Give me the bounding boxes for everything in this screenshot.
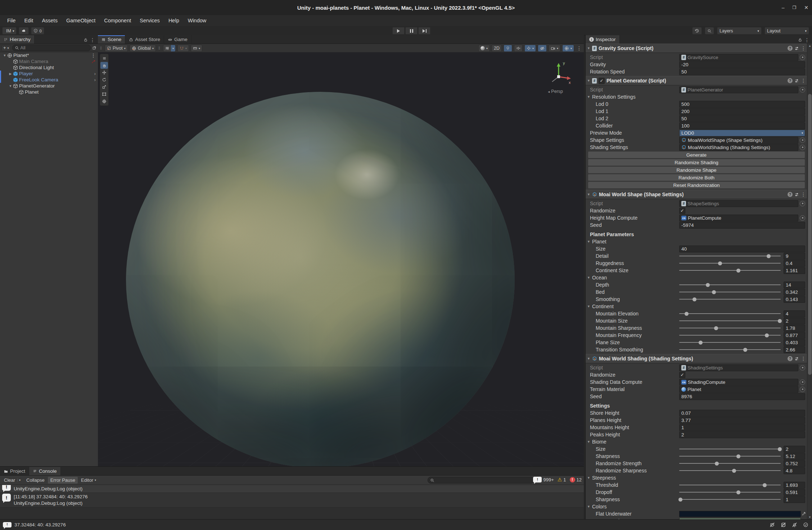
item-kebab-icon[interactable]: ⋮ (91, 53, 96, 58)
slider[interactable] (679, 260, 781, 266)
foldout-biome[interactable]: ▼Biome (586, 438, 807, 445)
planet-object[interactable] (126, 92, 515, 466)
slider-value-field[interactable]: 5.12 (784, 453, 805, 460)
snap-increment-button[interactable]: ▾ (191, 45, 202, 52)
object-field[interactable]: {}MoaiWorldShading (Shading Settings) (679, 144, 798, 151)
foldout-continent[interactable]: ▼Continent (586, 303, 807, 310)
menu-item-help[interactable]: Help (164, 15, 184, 26)
slider-value-field[interactable]: 4.8 (784, 467, 805, 474)
value-field[interactable]: 50 (679, 68, 805, 75)
global-search-button[interactable] (705, 27, 714, 35)
value-field[interactable]: 500 (679, 101, 805, 108)
menu-item-assets[interactable]: Assets (37, 15, 62, 26)
hand-tool-button[interactable] (100, 62, 108, 69)
global-toggle-button[interactable]: Global▾ (130, 45, 156, 52)
console-editor-button[interactable]: Editor▾ (78, 477, 99, 484)
slider[interactable] (679, 282, 781, 288)
slider-value-field[interactable]: 1.161 (784, 267, 805, 274)
scene-kebab-icon[interactable]: ⋮ (577, 45, 582, 51)
hierarchy-item-planetgenerator[interactable]: ▼PlanetGenerator (0, 83, 98, 89)
scene-viewport[interactable]: y x ◂ Persp (98, 52, 584, 466)
object-field[interactable]: {}MoaiWorldShape (Shape Settings) (679, 137, 798, 144)
foldout-arrow-icon[interactable]: ▶ (8, 72, 13, 76)
object-picker-icon[interactable] (800, 379, 805, 385)
object-picker-icon[interactable] (800, 55, 805, 60)
step-button[interactable] (418, 27, 430, 35)
slider-value-field[interactable]: 2 (784, 318, 805, 324)
object-picker-icon[interactable] (800, 387, 805, 392)
hierarchy-item-planet-[interactable]: ▼Planet*⋮ (0, 52, 98, 58)
foldout-colors[interactable]: ▼Colors (586, 503, 807, 510)
slider[interactable] (679, 497, 781, 503)
component-enabled-checkbox[interactable]: ✓ (599, 78, 605, 84)
camera-settings-button[interactable]: ▾ (549, 45, 560, 52)
slider-value-field[interactable]: 0.591 (784, 489, 805, 496)
value-field[interactable]: 0.07 (679, 410, 805, 417)
layout-dropdown[interactable]: Layout▾ (764, 27, 809, 35)
object-field[interactable]: csPlanetCompute (679, 215, 798, 221)
foldout-arrow-icon[interactable]: ▼ (8, 84, 13, 88)
slider-value-field[interactable]: 0.143 (784, 296, 805, 303)
slider[interactable] (679, 311, 781, 317)
checkbox[interactable]: ✓ (679, 372, 685, 378)
snap-button[interactable]: ▾ (177, 45, 189, 52)
slider[interactable] (679, 318, 781, 324)
slider[interactable] (679, 347, 781, 353)
hierarchy-item-main-camera[interactable]: Main Camera (0, 58, 98, 64)
value-field[interactable]: -20 (679, 61, 805, 68)
value-field[interactable]: 50 (679, 115, 805, 122)
component-kebab-icon[interactable]: ⋮ (801, 78, 806, 84)
console-clear-button[interactable]: Clear▾ (1, 477, 23, 484)
component-header-2[interactable]: ▼{}Moai World Shape (Shape Settings)?⋮ (586, 190, 807, 199)
minimize-button[interactable]: – (782, 5, 785, 10)
object-field[interactable]: csShadingCompute (679, 379, 798, 386)
status-message[interactable]: 37.32484: 40: 43.29276 (14, 522, 66, 527)
menu-item-services[interactable]: Services (135, 15, 164, 26)
play-button[interactable] (392, 27, 405, 35)
foldout-planet[interactable]: ▼Planet (586, 238, 807, 245)
foldout-ocean[interactable]: ▼Ocean (586, 274, 807, 281)
foldout-arrow-icon[interactable]: ▼ (587, 46, 590, 50)
action-button-randomize-both[interactable]: Randomize Both (588, 174, 805, 181)
gizmos-button[interactable]: ▾ (562, 45, 574, 52)
scroll-up-icon[interactable]: ▲ (807, 44, 812, 48)
grid-visibility-button[interactable]: Y ▾ (163, 45, 176, 52)
value-field[interactable]: 200 (679, 108, 805, 115)
tools-overlay-handle-button[interactable] (100, 55, 108, 62)
create-object-button[interactable]: +▾ (1, 45, 11, 51)
console-collapse-button[interactable]: Collapse (24, 477, 47, 484)
console-error-pause-button[interactable]: Error Pause (48, 477, 78, 484)
object-field[interactable]: #GravitySource (679, 54, 798, 61)
slider-value-field[interactable]: 4 (784, 310, 805, 317)
toolbar-drag-handle[interactable]: ‖ (158, 46, 161, 51)
orientation-gizmo[interactable]: y x (543, 60, 574, 90)
prefab-expand-icon[interactable]: › (94, 71, 96, 76)
slider[interactable] (679, 489, 781, 495)
value-field[interactable]: 8976 (679, 393, 805, 400)
object-field[interactable]: #ShadingSettings (679, 364, 798, 371)
hierarchy-item-directional-light[interactable]: Directional Light (0, 64, 98, 71)
object-picker-icon[interactable] (800, 215, 805, 221)
object-picker-icon[interactable] (800, 145, 805, 150)
tab-project[interactable]: Project (0, 467, 29, 475)
error-count[interactable]: ! 12 (570, 477, 582, 482)
action-button-generate[interactable]: Generate (588, 151, 805, 158)
tab-game[interactable]: Game (164, 35, 191, 44)
toolbar-drag-handle[interactable]: ‖ (100, 46, 102, 51)
inspector-kebab-icon[interactable]: ⋮ (804, 37, 809, 43)
value-field[interactable]: -5974 (679, 222, 805, 229)
action-button-randomize-shape[interactable]: Randomize Shape (588, 166, 805, 174)
foldout-resolution-settings[interactable]: ▼Resolution Settings (586, 93, 807, 100)
scene-lighting-button[interactable] (504, 45, 512, 52)
hierarchy-kebab-icon[interactable]: ⋮ (90, 37, 95, 43)
component-header-1[interactable]: ▼#✓Planet Generator (Script)?⋮ (586, 76, 807, 85)
undo-history-button[interactable] (692, 27, 702, 35)
slider-value-field[interactable]: 0.403 (784, 339, 805, 346)
action-button-reset-randomization[interactable]: Reset Randomization (588, 181, 805, 189)
move-tool-button[interactable] (100, 69, 108, 76)
slider-value-field[interactable]: 9 (784, 253, 805, 260)
slider[interactable] (679, 253, 781, 259)
scale-tool-button[interactable] (100, 84, 108, 90)
slider[interactable] (679, 482, 781, 488)
tab-scene[interactable]: YScene (98, 35, 125, 44)
